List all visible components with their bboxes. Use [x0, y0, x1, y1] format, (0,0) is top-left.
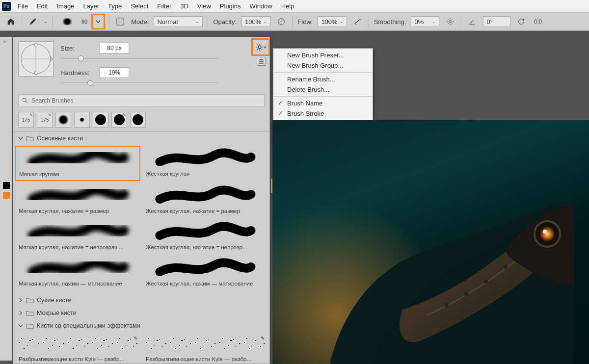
separator: [53, 16, 53, 27]
brush-preset[interactable]: ✎Разбрызгивающие кисти Kyle — разбр...: [15, 333, 140, 362]
menu-separator: [274, 72, 372, 73]
folder-label: Мокрые кисти: [37, 310, 77, 316]
brush-label: Мягкая круглая, нажатие = непрозрач...: [16, 243, 140, 253]
recent-brush[interactable]: [74, 112, 90, 128]
airbrush-icon[interactable]: [352, 16, 364, 27]
recent-brush[interactable]: [55, 112, 71, 128]
brush-preset[interactable]: Жесткая круглая: [142, 146, 268, 181]
recent-brushes-row: 175✎ 175✎ ✎: [13, 110, 269, 131]
menu-type[interactable]: Type: [104, 1, 126, 11]
brush-label: Мягкая круглая, нажим — матирование: [16, 280, 140, 289]
brush-search[interactable]: [18, 94, 265, 107]
brush-size-short: 80: [81, 19, 87, 25]
menu-plugins[interactable]: Plugins: [216, 1, 245, 11]
flow-label: Flow:: [297, 18, 313, 26]
angle-icon: [466, 16, 478, 27]
brush-preset[interactable]: Мягкая круглая: [15, 146, 140, 181]
menu-edit[interactable]: Edit: [33, 1, 52, 11]
brush-preset[interactable]: Мягкая круглая, нажим — матирование: [15, 256, 140, 290]
menu-help[interactable]: Help: [277, 1, 298, 11]
recent-brush[interactable]: 175✎: [37, 112, 53, 128]
brush-tip-preview[interactable]: [18, 41, 54, 77]
recent-brush[interactable]: [93, 112, 108, 128]
menu-separator: [274, 96, 372, 97]
chevron-down-icon: [18, 323, 23, 328]
svg-point-3: [355, 24, 356, 25]
tool-options-bar: ⌄ 80 Mode: Normal⌄ Opacity: 100%⌄ Flow: …: [0, 12, 589, 31]
menu-view[interactable]: View: [193, 1, 215, 11]
brush-label: Жесткая круглая: [143, 170, 267, 180]
canvas-artwork: [299, 158, 574, 364]
menu-layer[interactable]: Layer: [80, 1, 104, 11]
folder-fx[interactable]: Кисти со специальными эффектами: [13, 319, 269, 332]
svg-point-17: [464, 292, 468, 296]
folder-basic[interactable]: Основные кисти: [13, 132, 269, 145]
brush-tool-icon[interactable]: [27, 16, 39, 27]
menu-image[interactable]: Image: [53, 1, 78, 11]
smoothing-select[interactable]: 0%⌄: [411, 16, 439, 27]
brush-settings-icon[interactable]: [114, 16, 126, 27]
menu-select[interactable]: Select: [127, 1, 152, 11]
menu-window[interactable]: Window: [245, 1, 276, 11]
folder-wet[interactable]: Мокрые кисти: [13, 307, 269, 319]
folder-label: Сухие кисти: [37, 297, 71, 304]
new-brush-button[interactable]: ⊞: [257, 57, 266, 66]
recent-brush[interactable]: ✎: [111, 112, 127, 128]
menu-item[interactable]: New Brush Preset...: [273, 50, 373, 60]
brush-size-chip: 80: [81, 19, 87, 25]
separator: [369, 16, 369, 27]
angle-input[interactable]: 0°: [483, 16, 510, 27]
ps-logo: Ps: [2, 2, 11, 11]
svg-point-11: [34, 43, 37, 46]
brush-preset-picker-toggle[interactable]: [92, 15, 104, 28]
folder-dry[interactable]: Сухие кисти: [13, 294, 269, 307]
swatch-background[interactable]: [3, 192, 10, 199]
hardness-input[interactable]: 19%: [100, 67, 129, 78]
flow-select[interactable]: 100%⌄: [318, 16, 347, 27]
hardness-label: Hardness:: [60, 69, 95, 77]
menu-item[interactable]: Brush Stroke: [273, 108, 373, 119]
menu-3d[interactable]: 3D: [176, 1, 192, 11]
opacity-pressure-icon[interactable]: [275, 16, 287, 27]
recent-brush[interactable]: [130, 112, 146, 128]
size-pressure-icon[interactable]: [515, 16, 527, 27]
mode-select[interactable]: Normal⌄: [154, 16, 203, 27]
brush-label: Мягкая круглая: [16, 170, 139, 180]
home-button[interactable]: [5, 16, 17, 27]
brush-preset[interactable]: Мягкая круглая, нажатие = размер: [15, 183, 140, 217]
opacity-value: 100%: [245, 18, 261, 26]
brush-search-input[interactable]: [31, 97, 261, 104]
hardness-slider[interactable]: [60, 79, 217, 87]
separator: [461, 16, 461, 27]
panel-flyout-gear[interactable]: ▾: [252, 39, 269, 55]
folder-label: Основные кисти: [37, 135, 83, 142]
symmetry-icon[interactable]: [532, 16, 544, 27]
dropdown-caret-icon[interactable]: ⌄: [44, 19, 48, 24]
size-slider[interactable]: [60, 55, 217, 63]
brush-preset-panel: Size: 80 px Hardness: 19% ▾ ⊞ 175✎ 175✎: [13, 37, 270, 364]
opacity-select[interactable]: 100%⌄: [241, 16, 270, 27]
folder-icon: [26, 310, 34, 316]
brush-list[interactable]: Основные кисти Мягкая круглаяЖесткая кру…: [13, 131, 269, 362]
collapse-arrows-icon[interactable]: »: [3, 39, 9, 49]
folder-icon: [26, 323, 34, 329]
swatch-foreground[interactable]: [3, 182, 10, 189]
size-input[interactable]: 80 px: [100, 43, 129, 53]
menu-filter[interactable]: Filter: [153, 1, 175, 11]
brush-preset[interactable]: Мягкая круглая, нажатие = непрозрач...: [15, 219, 140, 254]
smoothing-gear-icon[interactable]: [444, 16, 456, 27]
separator: [22, 16, 22, 27]
menu-item[interactable]: Brush Name: [273, 98, 373, 108]
brush-label: Разбрызгивающие кисти Kyle — разбр...: [16, 355, 140, 362]
brush-label: Разбрызгивающие кисти Kyle — разбр...: [143, 355, 267, 362]
menu-item[interactable]: Rename Brush...: [273, 74, 373, 84]
brush-preset[interactable]: Жесткая круглая, нажим — матирование: [142, 256, 268, 290]
menu-item[interactable]: New Brush Group...: [273, 60, 373, 71]
brush-preset[interactable]: Жесткая круглая, нажатие = непрозр...: [142, 219, 268, 254]
menu-item[interactable]: Delete Brush...: [273, 84, 373, 95]
menu-file[interactable]: File: [14, 1, 32, 11]
brush-preset[interactable]: Жесткая круглая, нажатие = размер: [142, 183, 268, 217]
recent-brush[interactable]: 175✎: [18, 112, 34, 128]
brush-preset[interactable]: ✎Разбрызгивающие кисти Kyle — разбр...: [142, 333, 268, 362]
document-canvas[interactable]: [272, 120, 589, 364]
